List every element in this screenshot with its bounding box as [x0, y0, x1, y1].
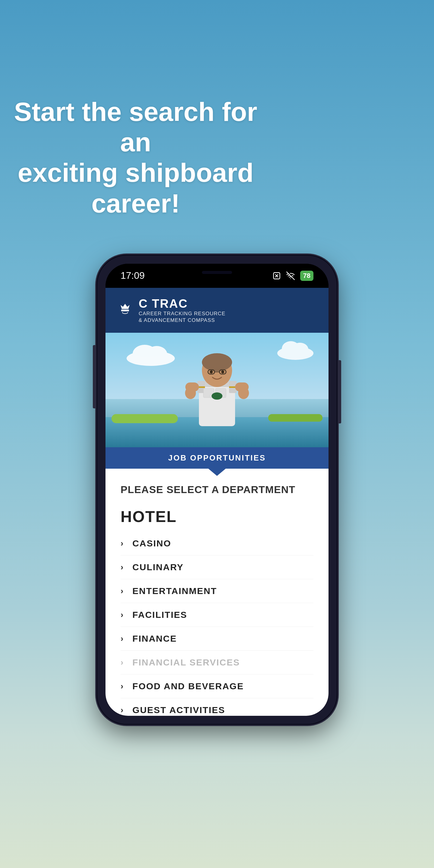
- dept-name-label: FINANCE: [132, 633, 177, 644]
- power-button: [338, 369, 341, 424]
- chevron-icon: ›: [121, 586, 123, 596]
- app-logo-text: C TRAC CAREER TRACKING RESOURCE & ADVANC…: [138, 297, 225, 324]
- dept-list-item[interactable]: ›CULINARY: [121, 555, 313, 579]
- headline-text: Start the search for an exciting shipboa…: [0, 96, 271, 218]
- dept-name-label: FINANCIAL SERVICES: [132, 657, 240, 668]
- phone-screen: 17:09 78: [105, 264, 329, 716]
- chevron-icon: ›: [121, 634, 123, 644]
- battery-level: 78: [303, 272, 310, 280]
- headline-container: Start the search for an exciting shipboa…: [0, 48, 434, 218]
- dept-list-item[interactable]: ›FOOD AND BEVERAGE: [121, 675, 313, 698]
- department-list: ›CASINO›CULINARY›ENTERTAINMENT›FACILITIE…: [121, 532, 313, 716]
- chevron-icon: ›: [121, 705, 123, 715]
- dept-name-label: FACILITIES: [132, 610, 187, 620]
- phone-device: 17:09 78: [96, 255, 338, 725]
- job-opportunities-banner[interactable]: JOB OPPORTUNITIES: [105, 447, 329, 469]
- headline-line1: Start the search for an: [14, 97, 257, 157]
- dept-name-label: CASINO: [132, 538, 171, 549]
- headline-line2: exciting shipboard career!: [18, 158, 253, 218]
- app-logo-icon: [118, 301, 133, 319]
- dept-name-label: CULINARY: [132, 562, 184, 572]
- hero-image: [105, 333, 329, 447]
- wifi-icon: [286, 272, 296, 280]
- chevron-icon: ›: [121, 610, 123, 620]
- status-time: 17:09: [121, 270, 145, 281]
- crown-icon: [118, 301, 133, 316]
- dept-list-item[interactable]: ›FINANCE: [121, 627, 313, 651]
- svg-point-25: [221, 370, 224, 373]
- volume-down-button: [93, 384, 96, 408]
- cloud-left: [124, 342, 178, 367]
- svg-point-20: [202, 353, 232, 371]
- officer-person: [184, 342, 250, 429]
- dept-list-item[interactable]: ›GUEST ACTIVITIES: [121, 698, 313, 716]
- job-banner-label: JOB OPPORTUNITIES: [168, 453, 266, 462]
- chevron-icon: ›: [121, 562, 123, 572]
- department-instruction: PLEASE SELECT A DEPARTMENT: [121, 484, 313, 495]
- dept-list-item[interactable]: ›FACILITIES: [121, 603, 313, 627]
- speaker-grill: [202, 271, 232, 274]
- svg-point-24: [210, 370, 213, 373]
- svg-point-28: [185, 387, 196, 399]
- main-content: PLEASE SELECT A DEPARTMENT HOTEL ›CASINO…: [105, 469, 329, 716]
- app-logo-subtitle2: & ADVANCEMENT COMPASS: [138, 317, 225, 324]
- svg-point-29: [238, 387, 249, 399]
- section-hotel-header: HOTEL: [121, 507, 313, 526]
- dept-name-label: FOOD AND BEVERAGE: [132, 681, 244, 691]
- chevron-icon: ›: [121, 538, 123, 548]
- battery-icon: 78: [300, 271, 313, 281]
- app-header: C TRAC CAREER TRACKING RESOURCE & ADVANC…: [105, 288, 329, 333]
- status-bar: 17:09 78: [105, 264, 329, 288]
- volume-up-button: [93, 351, 96, 375]
- app-logo-subtitle1: CAREER TRACKING RESOURCE: [138, 310, 225, 317]
- x-icon: [273, 272, 281, 280]
- dept-list-item[interactable]: ›ENTERTAINMENT: [121, 579, 313, 603]
- chevron-icon: ›: [121, 658, 123, 667]
- dept-list-item[interactable]: ›CASINO: [121, 532, 313, 555]
- dept-list-item[interactable]: ›FINANCIAL SERVICES: [121, 651, 313, 675]
- svg-point-9: [291, 343, 308, 356]
- svg-point-18: [212, 393, 222, 400]
- dept-name-label: ENTERTAINMENT: [132, 586, 217, 596]
- chevron-icon: ›: [121, 681, 123, 691]
- svg-rect-3: [121, 310, 129, 311]
- app-logo-title: C TRAC: [138, 297, 225, 310]
- dept-name-label: GUEST ACTIVITIES: [132, 705, 225, 715]
- cloud-right: [274, 339, 316, 361]
- svg-point-6: [146, 346, 167, 363]
- status-icons: 78: [273, 271, 313, 281]
